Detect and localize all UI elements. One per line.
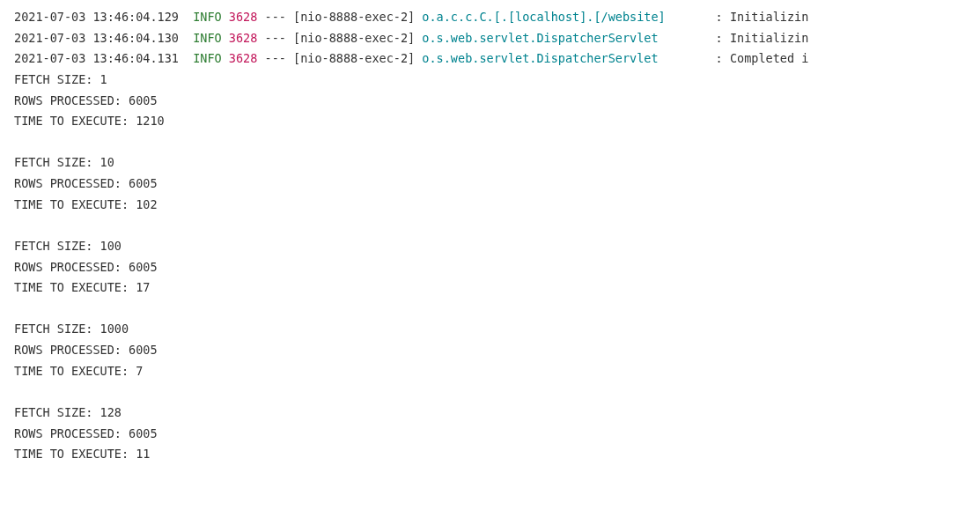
log-separator: ---: [265, 28, 286, 49]
log-message: Initializin: [730, 28, 808, 49]
space: [286, 7, 293, 28]
log-level: INFO: [193, 48, 222, 70]
log-separator: ---: [265, 7, 286, 28]
space: [415, 7, 422, 28]
output-line: TIME TO EXECUTE: 7: [14, 361, 966, 382]
space: [257, 7, 264, 28]
log-output: 2021-07-03 13:46:04.129 INFO 3628 --- [n…: [14, 7, 966, 465]
output-line: [14, 381, 966, 403]
output-line: FETCH SIZE: 100: [14, 236, 966, 257]
space: [257, 28, 264, 49]
space: [179, 48, 193, 70]
space: [222, 48, 229, 70]
space: [179, 28, 193, 49]
log-colon: :: [716, 28, 723, 49]
log-line: 2021-07-03 13:46:04.130 INFO 3628 --- [n…: [14, 28, 966, 49]
output-line: TIME TO EXECUTE: 17: [14, 277, 966, 299]
log-pid: 3628: [229, 7, 258, 28]
space: [286, 28, 293, 49]
output-line: ROWS PROCESSED: 6005: [14, 174, 966, 195]
output-line: FETCH SIZE: 10: [14, 152, 966, 174]
space: [723, 7, 730, 28]
log-logger: o.s.web.servlet.DispatcherServlet: [422, 28, 708, 49]
output-line: ROWS PROCESSED: 6005: [14, 257, 966, 278]
log-timestamp: 2021-07-03 13:46:04.129: [14, 7, 179, 28]
output-line: TIME TO EXECUTE: 11: [14, 444, 966, 465]
space: [222, 28, 229, 49]
space: [415, 48, 422, 70]
output-line: FETCH SIZE: 128: [14, 403, 966, 424]
log-colon: :: [716, 7, 723, 28]
log-thread: [nio-8888-exec-2]: [293, 28, 415, 49]
log-pid: 3628: [229, 28, 258, 49]
space: [286, 48, 293, 70]
space: [723, 48, 730, 70]
space: [222, 7, 229, 28]
output-line: ROWS PROCESSED: 6005: [14, 340, 966, 361]
log-timestamp: 2021-07-03 13:46:04.130: [14, 28, 179, 49]
log-line: 2021-07-03 13:46:04.131 INFO 3628 --- [n…: [14, 48, 966, 70]
log-thread: [nio-8888-exec-2]: [293, 7, 415, 28]
output-line: TIME TO EXECUTE: 1210: [14, 111, 966, 132]
log-level: INFO: [193, 7, 222, 28]
log-message: Completed i: [730, 48, 808, 70]
space: [257, 48, 264, 70]
space: [708, 48, 715, 70]
space: [708, 28, 715, 49]
log-logger: o.a.c.c.C.[.[localhost].[/website]: [422, 7, 708, 28]
log-pid: 3628: [229, 48, 258, 70]
log-logger: o.s.web.servlet.DispatcherServlet: [422, 48, 708, 70]
output-line: TIME TO EXECUTE: 102: [14, 195, 966, 216]
log-message: Initializin: [730, 7, 808, 28]
output-line: [14, 299, 966, 320]
log-timestamp: 2021-07-03 13:46:04.131: [14, 48, 179, 70]
log-separator: ---: [265, 48, 286, 70]
output-line: [14, 215, 966, 236]
log-colon: :: [716, 48, 723, 70]
output-line: ROWS PROCESSED: 6005: [14, 91, 966, 112]
output-line: FETCH SIZE: 1: [14, 70, 966, 91]
space: [723, 28, 730, 49]
space: [415, 28, 422, 49]
log-line: 2021-07-03 13:46:04.129 INFO 3628 --- [n…: [14, 7, 966, 28]
space: [708, 7, 715, 28]
log-level: INFO: [193, 28, 222, 49]
output-line: FETCH SIZE: 1000: [14, 319, 966, 340]
output-line: ROWS PROCESSED: 6005: [14, 424, 966, 445]
log-thread: [nio-8888-exec-2]: [293, 48, 415, 70]
output-line: [14, 132, 966, 153]
space: [179, 7, 193, 28]
